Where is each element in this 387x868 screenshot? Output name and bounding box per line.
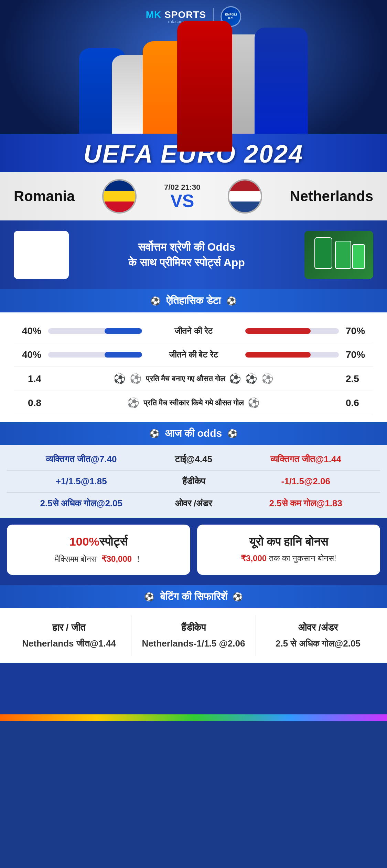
odds-over-center: ओवर /अंडर — [156, 498, 232, 509]
bonus-section: 100%स्पोर्ट्स मैक्सिमम बोनस ₹30,000 ！ यू… — [0, 518, 387, 585]
rec-grid: हार / जीत Netherlands जीत@1.44 हैंडीकेप … — [0, 608, 387, 663]
avg-goals-right-val: 2.5 — [346, 373, 373, 384]
odds-win-row: व्यक्तिगत जीत@7.40 टाई@4.45 व्यक्तिगत जी… — [7, 448, 380, 471]
soccer-icon-left: ⚽ — [150, 296, 161, 306]
odds-over-right[interactable]: 2.5से कम गोल@1.83 — [232, 498, 380, 509]
ball-icon-4: ⚽ — [245, 373, 257, 384]
avg-concede-label: प्रति मैच स्वीकार किये गये औसत गोल — [143, 399, 244, 407]
bet-rate-right-val: 70% — [346, 349, 373, 360]
rec-card-1: हार / जीत Netherlands जीत@1.44 — [7, 615, 131, 656]
ball-icon-2: ⚽ — [130, 373, 142, 384]
bet-rate-row: 40% जीतने की बेट रेट 70% — [14, 343, 373, 367]
odds-over-left[interactable]: 2.5से अधिक गोल@2.05 — [7, 498, 156, 509]
vs-text: VS — [164, 192, 200, 210]
avg-goals-center: ⚽ ⚽ प्रति मैच बनाए गए औसत गोल ⚽ ⚽ ⚽ — [45, 373, 342, 384]
concede-ball-icon-2: ⚽ — [248, 397, 260, 409]
rec-card-3-title: ओवर /अंडर — [259, 622, 377, 633]
historical-title: ऐतिहासिक डेटा — [166, 295, 221, 307]
odds-title: आज की odds — [165, 427, 222, 440]
promo-text-line2: के साथ प्रीमियर स्पोर्ट्स — [128, 256, 221, 269]
bonus-2-amount: ₹3,000 — [241, 554, 267, 563]
rec-card-2: हैंडीकेप Netherlands-1/1.5 @2.06 — [131, 615, 256, 656]
odds-win-right[interactable]: व्यक्तिगत जीत@1.44 — [232, 454, 380, 465]
hero-section: MK SPORTS mk.com EMPOLIF.C. UEFA EURO 20… — [0, 0, 387, 172]
app-promo-section: सर्वोत्तम श्रेणी की Odds के साथ प्रीमियर… — [0, 220, 387, 289]
svg-rect-1 — [335, 241, 351, 269]
bet-rate-bar-left — [48, 352, 142, 358]
team-left-name: Romania — [14, 188, 75, 205]
rec-card-3: ओवर /अंडर 2.5 से अधिक गोल@2.05 — [256, 615, 380, 656]
avg-goals-row: 1.4 ⚽ ⚽ प्रति मैच बनाए गए औसत गोल ⚽ ⚽ ⚽ … — [14, 367, 373, 391]
rec-card-1-title: हार / जीत — [10, 622, 128, 633]
match-banner: Romania 7/02 21:30 VS Netherlands — [0, 172, 387, 220]
bet-rate-bar-right-fill — [245, 352, 311, 358]
romania-stripe-3 — [104, 202, 135, 212]
svg-rect-0 — [315, 238, 332, 269]
odds-over-row: 2.5से अधिक गोल@2.05 ओवर /अंडर 2.5से कम ग… — [7, 493, 380, 514]
romania-stripe-1 — [104, 180, 135, 191]
avg-concede-right-val: 0.6 — [346, 397, 373, 409]
rec-card-3-value: 2.5 से अधिक गोल@2.05 — [259, 638, 377, 649]
win-rate-bar-left — [48, 328, 142, 334]
odds-handicap-center: हैंडीकेप — [156, 476, 232, 487]
ball-icon-1: ⚽ — [114, 373, 126, 384]
netherlands-flag — [228, 179, 262, 214]
concede-ball-icon-1: ⚽ — [127, 397, 139, 409]
soccer-icon-right: ⚽ — [226, 296, 237, 306]
hero-players — [0, 21, 387, 152]
rec-header: ⚽ बेटिंग की सिफारिशें ⚽ — [0, 585, 387, 608]
odds-header: ⚽ आज की odds ⚽ — [0, 422, 387, 445]
bonus-card-2: यूरो कप हानि बोनस ₹3,000 तक का नुकसान बो… — [197, 525, 380, 575]
promo-app-bold: App — [224, 256, 245, 269]
bonus-1-amount: ₹30,000 — [101, 554, 132, 564]
vs-area: 7/02 21:30 VS — [164, 183, 200, 210]
win-rate-bar-right — [245, 328, 339, 334]
romania-flag — [102, 179, 137, 214]
bet-rate-bar-left-fill — [105, 352, 142, 358]
bonus-2-desc: ₹3,000 तक का नुकसान बोनस! — [204, 554, 374, 563]
promo-text-line1: सर्वोत्तम श्रेणी की — [138, 241, 204, 253]
rec-icon-left: ⚽ — [144, 592, 154, 602]
romania-stripe-2 — [104, 191, 135, 202]
avg-concede-row: 0.8 ⚽ प्रति मैच स्वीकार किये गये औसत गोल… — [14, 391, 373, 415]
app-promo-logo-box — [14, 231, 69, 279]
netherlands-stripe-3 — [229, 202, 261, 212]
odds-win-left[interactable]: व्यक्तिगत जीत@7.40 — [7, 454, 156, 465]
avg-goals-left-val: 1.4 — [14, 373, 41, 384]
odds-win-center: टाई@4.45 — [156, 454, 232, 465]
bottom-bar — [0, 714, 387, 721]
bonus-1-title: 100%स्पोर्ट्स — [14, 535, 183, 549]
bottom-filler — [0, 663, 387, 714]
rec-title: बेटिंग की सिफारिशें — [160, 591, 227, 603]
app-promo-text: सर्वोत्तम श्रेणी की Odds के साथ प्रीमियर… — [79, 239, 294, 270]
odds-grid: व्यक्तिगत जीत@7.40 टाई@4.45 व्यक्तिगत जी… — [0, 445, 387, 518]
odds-handicap-left[interactable]: +1/1.5@1.85 — [7, 476, 156, 487]
historical-header: ⚽ ऐतिहासिक डेटा ⚽ — [0, 289, 387, 312]
win-rate-right-val: 70% — [346, 326, 373, 337]
bonus-1-highlight: 100% — [69, 535, 99, 548]
win-rate-left-val: 40% — [14, 326, 41, 337]
bet-rate-left-val: 40% — [14, 349, 41, 360]
bonus-1-sport: स्पोर्ट्स — [99, 535, 128, 548]
rec-card-2-value: Netherlands-1/1.5 @2.06 — [135, 638, 252, 649]
bonus-2-title: यूरो कप हानि बोनस — [204, 535, 374, 549]
netherlands-stripe-2 — [229, 191, 261, 202]
odds-icon-right: ⚽ — [227, 429, 238, 438]
rec-icon-right: ⚽ — [233, 592, 243, 602]
bet-rate-label: जीतने की बेट रेट — [149, 350, 238, 360]
stats-section: 40% जीतने की रेट 70% 40% जीतने की बेट रे… — [0, 312, 387, 422]
win-rate-row: 40% जीतने की रेट 70% — [14, 319, 373, 343]
team-right-name: Netherlands — [290, 188, 373, 205]
ball-icon-3: ⚽ — [229, 373, 241, 384]
win-rate-bar-right-fill — [245, 328, 311, 334]
bonus-card-1: 100%स्पोर्ट्स मैक्सिमम बोनस ₹30,000 ！ — [7, 525, 190, 575]
rec-card-2-title: हैंडीकेप — [135, 622, 252, 633]
ball-icon-5: ⚽ — [261, 373, 273, 384]
bonus-1-desc: मैक्सिमम बोनस ₹30,000 ！ — [14, 554, 183, 565]
player-3 — [177, 21, 232, 152]
odds-handicap-right[interactable]: -1/1.5@2.06 — [232, 476, 380, 487]
odds-icon-left: ⚽ — [149, 429, 160, 438]
win-rate-label: जीतने की रेट — [149, 326, 238, 336]
netherlands-stripe-1 — [229, 180, 261, 191]
avg-concede-left-val: 0.8 — [14, 397, 41, 409]
